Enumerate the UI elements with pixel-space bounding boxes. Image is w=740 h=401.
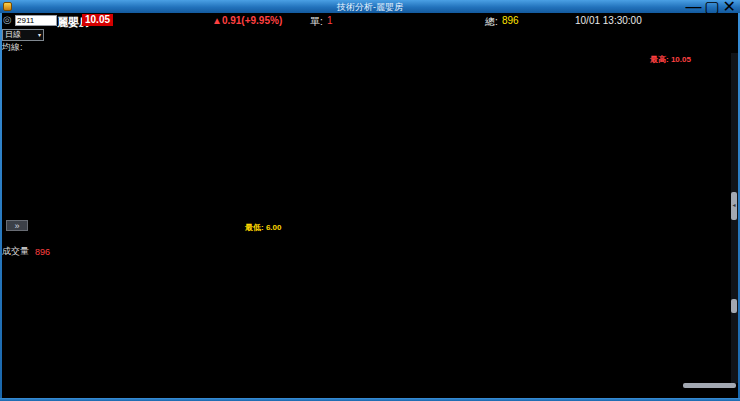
total-value: 896 bbox=[502, 15, 519, 26]
window-controls: —▢✕ bbox=[685, 0, 736, 13]
horizontal-scrollbar-thumb[interactable] bbox=[683, 383, 736, 388]
chevron-down-icon: ▾ bbox=[38, 30, 41, 40]
price-pane-handle[interactable]: ◂ bbox=[731, 192, 737, 220]
minimize-button[interactable]: — bbox=[685, 0, 701, 16]
unit-value: 1 bbox=[327, 15, 333, 26]
ma-prefix: 均線: bbox=[2, 41, 23, 54]
period-dropdown[interactable]: 日線 ▾ bbox=[2, 29, 44, 41]
quote-datetime: 10/01 13:30:00 bbox=[575, 15, 642, 26]
app-window: 技術分析-麗嬰房 —▢✕ ◎ 麗嬰房 10.05 ▲0.91(+9.95%) 單… bbox=[0, 0, 740, 401]
symbol-lookup-icon[interactable]: ◎ bbox=[3, 15, 12, 25]
titlebar: 技術分析-麗嬰房 —▢✕ bbox=[0, 0, 740, 13]
ma-bar: 均線: bbox=[2, 41, 23, 54]
price-badge: 10.05 bbox=[82, 14, 113, 26]
symbol-input[interactable] bbox=[15, 15, 57, 26]
unit-label: 單: bbox=[310, 15, 323, 29]
total-label: 總: bbox=[485, 15, 498, 29]
price-change: ▲0.91(+9.95%) bbox=[212, 15, 282, 26]
volume-bar: 成交量 896 bbox=[2, 245, 50, 258]
chart-canvas[interactable] bbox=[0, 0, 740, 401]
high-annotation: 最高: 10.05 bbox=[650, 54, 691, 65]
low-annotation: 最低: 6.00 bbox=[245, 222, 281, 233]
period-dropdown-value: 日線 bbox=[5, 30, 21, 40]
window-title: 技術分析-麗嬰房 bbox=[0, 1, 740, 14]
maximize-button[interactable]: ▢ bbox=[704, 0, 719, 16]
volume-pane-handle[interactable] bbox=[731, 299, 737, 313]
close-button[interactable]: ✕ bbox=[723, 0, 736, 16]
window-border-left bbox=[0, 13, 2, 401]
expand-left-button[interactable]: » bbox=[6, 220, 28, 231]
volume-label: 成交量 bbox=[2, 245, 29, 258]
volume-value: 896 bbox=[35, 247, 50, 257]
